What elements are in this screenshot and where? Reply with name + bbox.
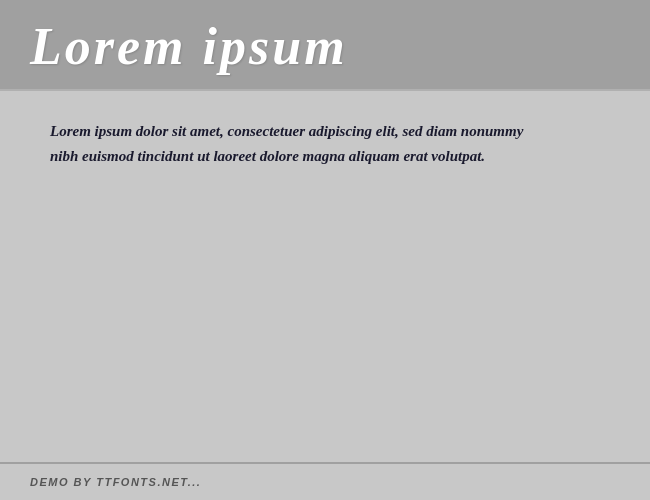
page-title: Lorem ipsum [30,18,620,75]
body-text: Lorem ipsum dolor sit amet, consectetuer… [50,119,550,169]
footer: DEMO BY TTFONTS.NET... [0,462,650,500]
main-content: Lorem ipsum dolor sit amet, consectetuer… [0,91,650,462]
header: Lorem ipsum [0,0,650,91]
footer-demo-label: DEMO BY TTFONTS.NET... [30,476,201,488]
page-container: Lorem ipsum Lorem ipsum dolor sit amet, … [0,0,650,500]
